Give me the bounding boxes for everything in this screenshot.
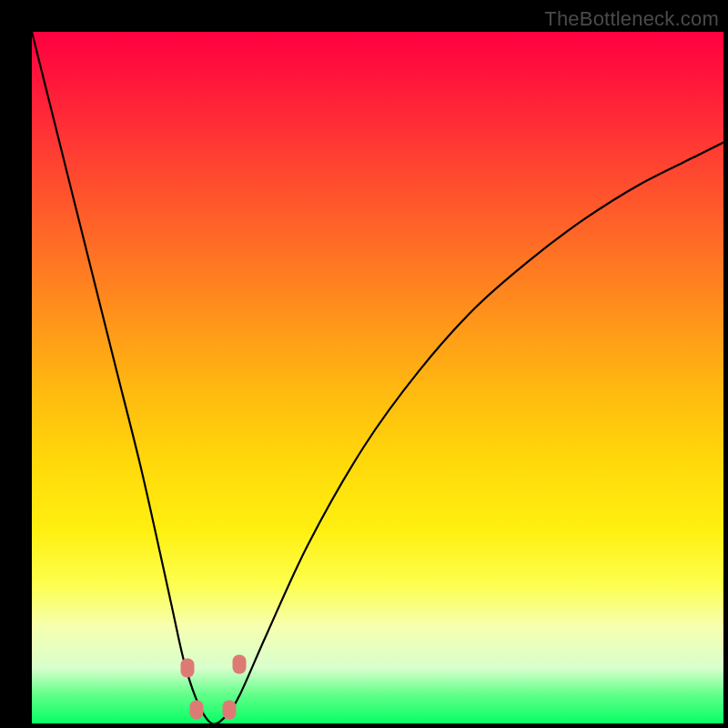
data-marker	[233, 655, 247, 674]
chart-frame: TheBottleneck.com	[0, 0, 728, 728]
data-marker	[181, 659, 195, 678]
watermark-text: TheBottleneck.com	[544, 7, 719, 31]
bottleneck-curve	[32, 32, 723, 723]
plot-area	[32, 32, 723, 723]
data-marker	[222, 700, 236, 719]
data-marker	[189, 700, 203, 719]
